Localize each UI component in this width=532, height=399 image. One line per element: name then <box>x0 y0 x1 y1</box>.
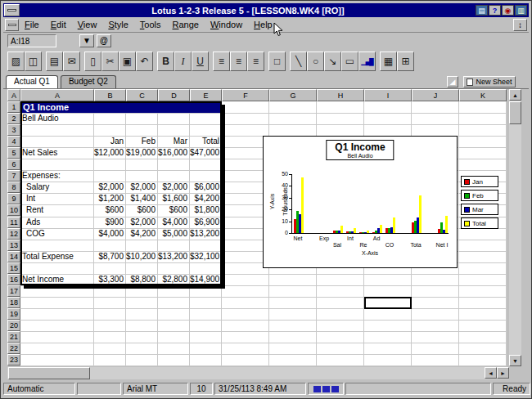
menu-file[interactable]: File <box>19 19 45 30</box>
select-range-button[interactable]: □ <box>268 52 286 71</box>
row-header-3[interactable]: 3 <box>7 124 20 136</box>
draw-line-button[interactable]: ╲ <box>290 52 307 71</box>
cell-pointer[interactable] <box>364 297 412 309</box>
row-header-4[interactable]: 4 <box>7 136 20 147</box>
row-header-11[interactable]: 11 <box>7 217 20 228</box>
cell-E10[interactable]: $1,800 <box>190 204 222 216</box>
legend-total[interactable]: Total <box>461 217 498 229</box>
row-header-8[interactable]: 8 <box>7 182 20 193</box>
cell-B9[interactable]: $1,200 <box>94 193 126 204</box>
cell-E5[interactable]: $47,000 <box>190 147 222 159</box>
row-header-16[interactable]: 16 <box>7 274 20 285</box>
column-header-K[interactable]: K <box>459 89 507 101</box>
cell-C4[interactable]: Feb <box>126 136 158 147</box>
align-right-button[interactable]: ≡ <box>247 52 264 71</box>
save-file-button[interactable]: ◫ <box>25 52 42 71</box>
align-left-button[interactable]: ≡ <box>213 52 230 71</box>
sheet-corner-button[interactable]: A <box>7 89 20 101</box>
cell-A2[interactable]: Bell Audio <box>20 113 94 124</box>
legend-jan[interactable]: Jan <box>461 176 498 187</box>
column-header-H[interactable]: H <box>317 89 364 101</box>
undo-button[interactable]: ↶ <box>136 52 153 71</box>
menu-range[interactable]: Range <box>167 19 205 30</box>
tab-actual-q1[interactable]: Actual Q1 <box>6 75 58 88</box>
layers-utility-icon[interactable]: ▥ <box>515 5 527 16</box>
cell-A9[interactable]: Int <box>20 193 94 204</box>
status-smarticons-indicator[interactable] <box>308 383 344 395</box>
row-header-19[interactable]: 19 <box>7 308 20 320</box>
status-recalc[interactable]: Automatic <box>3 383 75 395</box>
help-utility-icon[interactable]: ? <box>489 5 501 16</box>
record-utility-icon[interactable]: ◉ <box>502 5 514 16</box>
draw-ellipse-button[interactable]: ○ <box>307 52 324 71</box>
cell-B16[interactable]: $3,300 <box>94 274 126 285</box>
copy-button[interactable]: ▣ <box>119 52 136 71</box>
cell-E11[interactable]: $6,900 <box>190 217 222 228</box>
cell-D5[interactable]: $16,000 <box>158 147 190 159</box>
row-header-5[interactable]: 5 <box>7 147 20 159</box>
legend-feb[interactable]: Feb <box>461 190 498 201</box>
cell-B12[interactable]: $4,000 <box>94 228 126 240</box>
cell-C11[interactable]: $2,000 <box>126 217 158 228</box>
underline-button[interactable]: U <box>192 52 209 71</box>
status-datetime[interactable]: 31/25/113 8:49 AM <box>214 383 306 395</box>
cell-B11[interactable]: $900 <box>94 217 126 228</box>
cell-C10[interactable]: $600 <box>126 204 158 216</box>
vertical-scroll-thumb[interactable] <box>509 101 521 124</box>
cut-button[interactable]: ✂ <box>101 52 119 71</box>
vertical-scrollbar[interactable]: ▲ ▼ <box>509 89 521 366</box>
system-menu-button[interactable] <box>4 4 20 16</box>
status-font-name[interactable]: Arial MT <box>123 383 188 395</box>
cell-A1-title[interactable]: Q1 Income <box>20 101 222 113</box>
horizontal-scroll-thumb[interactable] <box>8 367 90 379</box>
cell-E14[interactable]: $32,100 <box>190 251 222 262</box>
cell-C9[interactable]: $1,400 <box>126 193 158 204</box>
menu-view[interactable]: View <box>72 19 103 30</box>
cell-D12[interactable]: $5,000 <box>158 228 190 240</box>
row-header-22[interactable]: 22 <box>7 343 20 354</box>
menu-edit[interactable]: Edit <box>45 19 72 30</box>
row-header-7[interactable]: 7 <box>7 170 20 182</box>
row-header-13[interactable]: 13 <box>7 240 20 251</box>
cell-D16[interactable]: $2,800 <box>158 274 190 285</box>
cell-C14[interactable]: $10,200 <box>126 251 158 262</box>
row-header-2[interactable]: 2 <box>7 113 20 124</box>
tab-scroll-splitter[interactable]: ◢ <box>447 76 458 87</box>
column-header-C[interactable]: C <box>126 89 158 101</box>
row-header-17[interactable]: 17 <box>7 285 20 297</box>
menu-tools[interactable]: Tools <box>134 19 167 30</box>
scroll-up-button[interactable]: ▲ <box>509 89 521 101</box>
navigator-button[interactable]: ▼ <box>79 34 94 47</box>
column-header-E[interactable]: E <box>190 89 222 101</box>
at-function-button[interactable]: @ <box>97 34 111 47</box>
row-header-9[interactable]: 9 <box>7 193 20 204</box>
cell-B10[interactable]: $600 <box>94 204 126 216</box>
grid-tool-button[interactable]: ▦ <box>380 52 397 71</box>
cell-E16[interactable]: $14,900 <box>190 274 222 285</box>
cell-D14[interactable]: $13,200 <box>158 251 190 262</box>
row-header-14[interactable]: 14 <box>7 251 20 262</box>
horizontal-scrollbar[interactable]: ◄ ► <box>7 367 509 379</box>
legend-mar[interactable]: Mar <box>461 204 498 215</box>
cell-C12[interactable]: $4,200 <box>126 228 158 240</box>
cell-B14[interactable]: $8,700 <box>94 251 126 262</box>
cell-D10[interactable]: $600 <box>158 204 190 216</box>
cell-A16[interactable]: Net Income <box>20 274 94 285</box>
open-file-button[interactable]: ▨ <box>7 52 25 71</box>
new-sheet-button[interactable]: New Sheet <box>463 76 516 87</box>
mdi-restore-button[interactable]: ↕ <box>513 19 527 31</box>
scroll-right-button[interactable]: ► <box>497 367 509 379</box>
column-header-D[interactable]: D <box>158 89 190 101</box>
cell-B5[interactable]: $12,000 <box>94 147 126 159</box>
status-font-size[interactable]: 10 <box>190 383 213 395</box>
row-header-10[interactable]: 10 <box>7 204 20 216</box>
scroll-down-button[interactable]: ▼ <box>509 355 521 366</box>
embedded-chart[interactable]: Q1 Income Bell Audio Y-Axis Thousands 01… <box>263 136 502 271</box>
print-button[interactable]: ▤ <box>46 52 63 71</box>
row-header-12[interactable]: 12 <box>7 228 20 240</box>
cell-A8[interactable]: Salary <box>20 182 94 193</box>
column-header-I[interactable]: I <box>364 89 412 101</box>
cell-C5[interactable]: $19,000 <box>126 147 158 159</box>
cell-D11[interactable]: $4,000 <box>158 217 190 228</box>
tab-budget-q2[interactable]: Budget Q2 <box>61 75 116 88</box>
